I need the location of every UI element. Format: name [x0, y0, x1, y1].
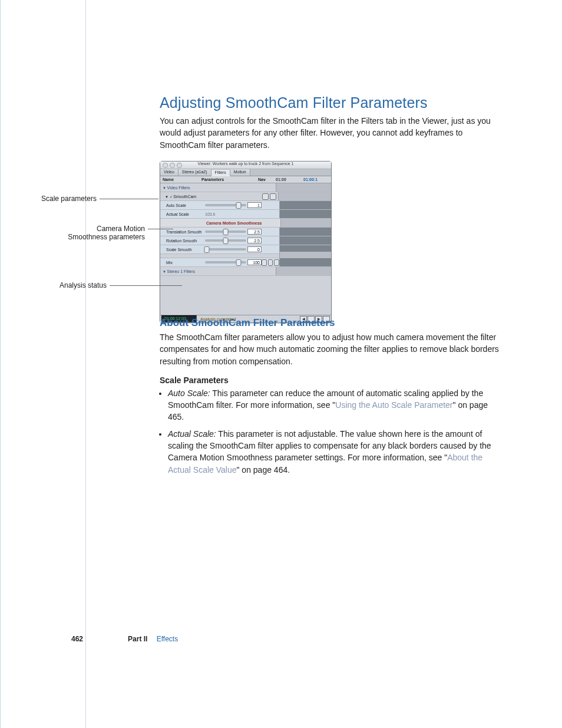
footer-section: Effects — [157, 635, 178, 643]
row-rotation-smooth: Rotation Smooth 2.5 — [160, 236, 331, 245]
value-rotation[interactable]: 2.5 — [247, 238, 262, 243]
value-scale[interactable]: 0 — [247, 246, 262, 252]
callout-analysis: Analysis status — [48, 281, 107, 289]
slider-translation[interactable] — [205, 230, 246, 233]
page-number: 462 — [71, 635, 83, 643]
viewer-window: Viewer: Workers walk up to truck 2 from … — [160, 161, 332, 323]
row-stereo-filters[interactable]: Stereo 1 Filters — [160, 267, 331, 276]
row-translation-smooth: Translation Smooth 2.5 — [160, 228, 331, 236]
callout-camera-motion: Camera MotionSmoothness parameters — [15, 225, 145, 242]
tab-stereo[interactable]: Stereo (a1a2) — [178, 169, 211, 176]
col-nav: Nav — [258, 177, 276, 182]
text-actual-scale-post: " on page 464. — [236, 465, 290, 475]
row-auto-scale: Auto Scale 1 — [160, 201, 331, 210]
row-smoothcam[interactable]: SmoothCam — [160, 192, 331, 201]
term-auto-scale: Auto Scale: — [168, 388, 210, 398]
row-spacer — [160, 254, 331, 258]
viewer-titlebar: Viewer: Workers walk up to truck 2 from … — [160, 162, 331, 169]
label-mix: Mix — [160, 261, 205, 265]
intro-paragraph: You can adjust controls for the SmoothCa… — [160, 115, 501, 151]
label-stereo-filters: Stereo 1 Filters — [160, 269, 201, 274]
slider-mix[interactable] — [205, 261, 246, 263]
col-parameters: Parameters — [201, 177, 258, 182]
label-rotation-smooth: Rotation Smooth — [160, 239, 205, 243]
row-cms-heading: Camera Motion Smoothness — [160, 219, 331, 228]
viewer-title: Viewer: Workers walk up to truck 2 from … — [198, 162, 294, 166]
label-video-filters: Video Filters — [160, 186, 201, 190]
enable-icon[interactable] — [270, 193, 276, 200]
bullet-actual-scale: Actual Scale: This parameter is not adju… — [168, 428, 501, 476]
row-actual-scale: Actual Scale 103.6 — [160, 210, 331, 219]
label-translation-smooth: Translation Smooth — [160, 230, 205, 234]
ruler-t2: 01:00:1 — [303, 177, 331, 182]
text-actual-scale-pre: This parameter is not adjustable. The va… — [168, 429, 491, 463]
slider-scale[interactable] — [205, 248, 246, 251]
slider-rotation[interactable] — [205, 239, 246, 242]
value-auto-scale[interactable]: 1 — [247, 202, 262, 208]
tab-filters[interactable]: Filters — [211, 170, 230, 176]
add-kf-icon[interactable] — [268, 259, 273, 266]
value-translation[interactable]: 2.5 — [247, 229, 262, 235]
callout-scale: Scale parameters — [32, 195, 97, 203]
term-actual-scale: Actual Scale: — [168, 429, 216, 439]
label-actual-scale: Actual Scale — [160, 212, 205, 216]
label-cms-heading: Camera Motion Smoothness — [205, 221, 263, 225]
window-minimize-icon[interactable] — [170, 163, 175, 168]
footer-part: Part II — [128, 635, 147, 643]
tab-motion[interactable]: Motion — [230, 169, 250, 176]
reset-icon[interactable] — [262, 193, 269, 200]
next-kf-icon[interactable] — [274, 259, 279, 266]
heading-about-smoothcam: About SmoothCam Filter Parameters — [160, 317, 501, 329]
link-auto-scale[interactable]: Using the Auto Scale Parameter — [335, 400, 452, 410]
row-mix: Mix 100 — [160, 258, 331, 267]
heading-scale-parameters: Scale Parameters — [160, 375, 501, 385]
label-auto-scale: Auto Scale — [160, 203, 205, 207]
page-footer: 462 Part II Effects — [71, 635, 501, 643]
value-actual-scale: 103.6 — [205, 212, 216, 216]
value-mix[interactable]: 100 — [247, 259, 262, 265]
column-headers: Name Parameters Nav 01:00 01:00:1 — [160, 176, 331, 183]
viewer-tabs: Video Stereo (a1a2) Filters Motion — [160, 169, 331, 176]
window-zoom-icon[interactable] — [177, 163, 182, 168]
row-video-filters[interactable]: Video Filters — [160, 183, 331, 192]
ruler-t1: 01:00 — [276, 177, 303, 182]
tab-video[interactable]: Video — [160, 169, 178, 176]
prev-kf-icon[interactable] — [262, 259, 267, 266]
slider-auto-scale[interactable] — [205, 204, 246, 206]
bullet-auto-scale: Auto Scale: This parameter can reduce th… — [168, 387, 501, 423]
window-close-icon[interactable] — [163, 163, 168, 168]
heading-adjusting-smoothcam: Adjusting SmoothCam Filter Parameters — [160, 94, 501, 111]
about-paragraph: The SmoothCam filter parameters allow yo… — [160, 331, 501, 367]
col-name: Name — [160, 177, 201, 182]
label-scale-smooth: Scale Smooth — [160, 248, 205, 252]
label-smoothcam: SmoothCam — [160, 195, 204, 199]
